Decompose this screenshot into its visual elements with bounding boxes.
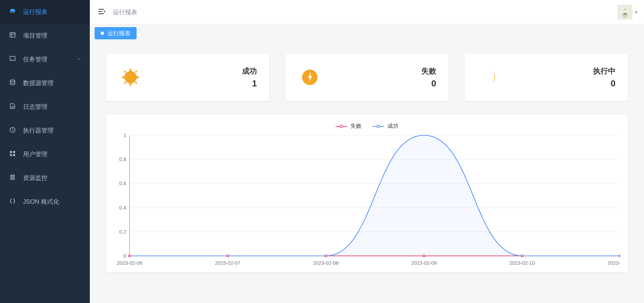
- datasource-icon: [8, 79, 17, 87]
- svg-text:2023-02-11: 2023-02-11: [607, 260, 620, 266]
- sidebar-item-user[interactable]: 用户管理: [0, 142, 90, 166]
- moon-icon: [477, 65, 501, 89]
- sun-icon: [118, 65, 143, 89]
- user-menu[interactable]: ▾: [618, 5, 637, 20]
- sidebar-item-datasource[interactable]: 数据源管理: [0, 71, 90, 95]
- svg-point-57: [619, 255, 620, 257]
- monitor-icon: [8, 174, 17, 182]
- svg-rect-14: [11, 175, 12, 179]
- svg-marker-25: [121, 76, 124, 79]
- legend-label: 成功: [387, 123, 398, 130]
- sidebar-item-label: 用户管理: [23, 150, 82, 158]
- svg-point-52: [128, 255, 130, 257]
- card-value: 0: [501, 78, 616, 89]
- svg-rect-15: [13, 175, 14, 179]
- svg-rect-10: [10, 151, 12, 153]
- svg-text:2023-02-08: 2023-02-08: [313, 260, 339, 266]
- card-success: 成功 1: [106, 54, 269, 101]
- executor-icon: [8, 126, 17, 135]
- caret-down-icon: ▾: [635, 10, 637, 15]
- svg-point-55: [423, 255, 425, 257]
- sidebar-item-task[interactable]: 任务管理: [0, 47, 90, 71]
- sidebar-item-project[interactable]: 项目管理: [0, 24, 90, 47]
- svg-text:0.8: 0.8: [119, 157, 126, 162]
- svg-text:2023-02-07: 2023-02-07: [215, 260, 240, 266]
- svg-marker-27: [123, 70, 126, 73]
- tab-active-dot-icon: [101, 32, 104, 35]
- svg-rect-4: [10, 56, 15, 60]
- legend-item-fail[interactable]: 失败: [336, 123, 361, 130]
- tabs-bar: 运行报表: [90, 24, 644, 40]
- tab-label: 运行报表: [107, 29, 130, 37]
- header: 运行报表 ▾: [90, 0, 644, 24]
- svg-text:0: 0: [123, 253, 126, 259]
- breadcrumb: 运行报表: [113, 8, 137, 16]
- svg-point-54: [325, 255, 327, 257]
- log-icon: [8, 103, 17, 111]
- dashboard-icon: [8, 7, 17, 17]
- svg-point-53: [227, 255, 229, 257]
- card-title: 执行中: [501, 66, 616, 76]
- sidebar-item-executor[interactable]: 执行器管理: [0, 119, 90, 142]
- sidebar-item-monitor[interactable]: 资源监控: [0, 166, 90, 190]
- svg-text:2023-02-09: 2023-02-09: [411, 260, 437, 266]
- legend-label: 失败: [350, 123, 361, 130]
- project-icon: [8, 32, 17, 40]
- svg-rect-11: [13, 151, 15, 153]
- card-value: 0: [322, 78, 436, 89]
- sidebar-item-label: JSON 格式化: [23, 198, 82, 206]
- svg-text:0.6: 0.6: [119, 181, 126, 186]
- json-icon: [8, 198, 17, 206]
- tab-report[interactable]: 运行报表: [95, 27, 137, 39]
- menu-toggle-icon[interactable]: [95, 5, 108, 19]
- content: 运行报表 成功 1 失败 0: [90, 24, 644, 303]
- svg-point-56: [521, 255, 523, 257]
- svg-point-6: [10, 80, 15, 81]
- svg-text:0.2: 0.2: [119, 229, 126, 235]
- card-title: 失败: [322, 66, 436, 76]
- sidebar-item-log[interactable]: 日志管理: [0, 95, 90, 119]
- sidebar-item-json[interactable]: JSON 格式化: [0, 190, 90, 214]
- svg-point-21: [625, 13, 626, 14]
- card-value: 1: [143, 78, 257, 89]
- svg-marker-29: [123, 81, 126, 84]
- svg-text:0.4: 0.4: [119, 205, 126, 210]
- chart-panel: 失败 成功 00.20.40.60.812023-02-062023-02-07…: [106, 115, 628, 272]
- sidebar-item-label: 项目管理: [23, 32, 82, 40]
- svg-rect-1: [10, 33, 15, 37]
- legend-item-success[interactable]: 成功: [373, 123, 398, 130]
- lightning-icon: [298, 65, 322, 89]
- svg-text:1: 1: [123, 133, 126, 138]
- svg-marker-30: [135, 81, 138, 84]
- svg-point-0: [12, 10, 13, 12]
- svg-point-19: [622, 12, 628, 17]
- sidebar-item-label: 日志管理: [23, 103, 82, 111]
- svg-marker-28: [135, 70, 138, 73]
- svg-point-22: [124, 71, 137, 83]
- sidebar-item-label: 数据源管理: [23, 79, 82, 87]
- sidebar: 运行报表 项目管理 任务管理 数据源管理 日志管理 执行器管理: [0, 0, 90, 303]
- sidebar-item-label: 资源监控: [23, 174, 82, 182]
- sidebar-item-label: 任务管理: [23, 55, 77, 63]
- sidebar-item-report[interactable]: 运行报表: [0, 0, 90, 24]
- avatar: [618, 5, 632, 20]
- sidebar-item-label: 运行报表: [23, 8, 82, 16]
- svg-marker-26: [137, 76, 140, 79]
- chevron-down-icon: [77, 57, 82, 62]
- card-running: 执行中 0: [465, 54, 628, 101]
- svg-point-20: [624, 13, 625, 14]
- chart[interactable]: 00.20.40.60.812023-02-062023-02-072023-0…: [114, 132, 620, 269]
- card-fail: 失败 0: [285, 54, 448, 101]
- svg-text:2023-02-06: 2023-02-06: [117, 260, 142, 266]
- chart-legend: 失败 成功: [114, 123, 620, 130]
- svg-rect-12: [10, 154, 12, 156]
- svg-marker-24: [129, 83, 132, 87]
- task-icon: [8, 55, 17, 64]
- card-title: 成功: [143, 66, 257, 76]
- svg-marker-23: [129, 68, 132, 71]
- sidebar-item-label: 执行器管理: [23, 126, 82, 135]
- svg-rect-13: [13, 154, 15, 156]
- svg-text:2023-02-10: 2023-02-10: [509, 260, 535, 266]
- user-icon: [8, 150, 17, 159]
- stat-cards: 成功 1 失败 0 执行中 0: [106, 54, 628, 101]
